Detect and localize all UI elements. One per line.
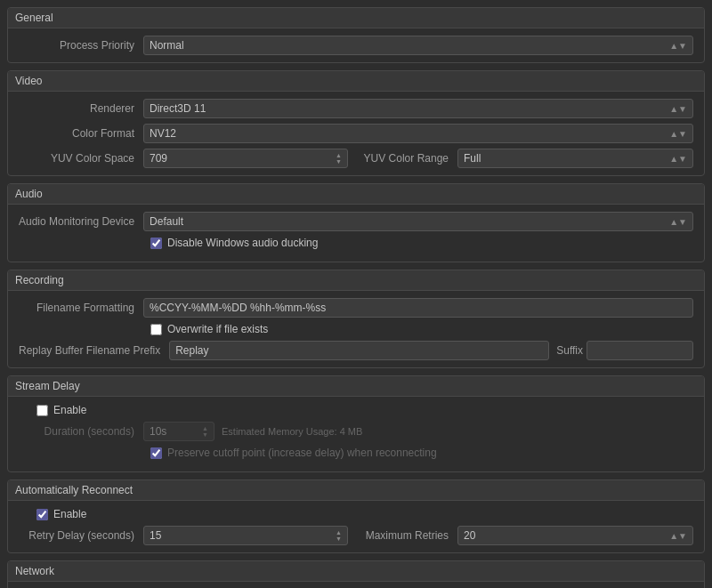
duration-label: Duration (seconds) — [19, 425, 143, 438]
max-retries-group: Maximum Retries 20 ▲▼ — [360, 526, 693, 545]
recording-section: Recording Filename Formatting Overwrite … — [7, 270, 705, 368]
color-format-select[interactable]: NV12 ▲▼ — [143, 124, 693, 143]
video-content: Renderer Direct3D 11 ▲▼ Color Format NV1… — [8, 92, 704, 175]
network-content: Bind to IP Default ▲▼ Enable new network… — [8, 582, 704, 588]
estimated-memory-text: Estimated Memory Usage: 4 MB — [214, 426, 362, 437]
auto-reconnect-content: Enable Retry Delay (seconds) 15 ▲▼ Maxim… — [8, 501, 704, 552]
retry-delay-spinner[interactable]: 15 ▲▼ — [143, 526, 348, 545]
yuv-color-range-value: Full — [464, 152, 481, 165]
filename-input[interactable] — [143, 298, 693, 318]
overwrite-label[interactable]: Overwrite if file exists — [150, 323, 268, 335]
suffix-label: Suffix — [549, 344, 587, 357]
renderer-value: Direct3D 11 — [150, 102, 206, 115]
chevron-down-icon: ▲▼ — [669, 41, 687, 51]
retry-delay-group: Retry Delay (seconds) 15 ▲▼ — [19, 526, 352, 545]
yuv-row: YUV Color Space 709 ▲▼ YUV Color Range F… — [19, 149, 693, 168]
stream-delay-content: Enable Duration (seconds) 10s ▲▼ Estimat… — [8, 397, 704, 471]
stream-delay-section: Stream Delay Enable Duration (seconds) 1… — [7, 375, 705, 472]
auto-reconnect-enable-row: Enable — [19, 508, 693, 520]
chevron-down-icon: ▲▼ — [669, 129, 687, 139]
replay-prefix-input[interactable] — [169, 341, 549, 360]
chevron-down-icon: ▲▼ — [669, 154, 687, 164]
preserve-label[interactable]: Preserve cutoff point (increase delay) w… — [150, 447, 437, 459]
general-title: General — [8, 8, 704, 28]
spinner-arrows-icon: ▲▼ — [336, 152, 342, 165]
yuv-range-group: YUV Color Range Full ▲▼ — [360, 149, 693, 168]
process-priority-row: Process Priority Normal ▲▼ — [19, 36, 693, 55]
filename-label: Filename Formatting — [19, 302, 143, 314]
spinner-arrows-icon: ▲▼ — [336, 529, 342, 542]
preserve-checkbox[interactable] — [150, 447, 162, 459]
video-title: Video — [8, 71, 704, 92]
replay-prefix-row: Replay Buffer Filename Prefix Suffix — [19, 341, 693, 360]
overwrite-text: Overwrite if file exists — [167, 323, 268, 335]
color-format-label: Color Format — [19, 127, 143, 140]
disable-ducking-checkbox[interactable] — [150, 238, 162, 249]
monitoring-device-select[interactable]: Default ▲▼ — [143, 212, 693, 231]
disable-ducking-row: Disable Windows audio ducking — [19, 237, 693, 249]
settings-container: General Process Priority Normal ▲▼ Video… — [0, 0, 712, 588]
stream-delay-title: Stream Delay — [8, 376, 704, 397]
process-priority-value: Normal — [150, 39, 184, 52]
retry-row: Retry Delay (seconds) 15 ▲▼ Maximum Retr… — [19, 526, 693, 545]
duration-spinner[interactable]: 10s ▲▼ — [143, 422, 214, 441]
audio-title: Audio — [8, 184, 704, 205]
recording-title: Recording — [8, 270, 704, 291]
auto-reconnect-enable-text: Enable — [53, 508, 86, 520]
max-retries-value: 20 — [464, 529, 475, 542]
stream-delay-enable-row: Enable — [19, 404, 693, 416]
stream-delay-enable-checkbox[interactable] — [36, 405, 48, 416]
yuv-color-range-select[interactable]: Full ▲▼ — [457, 149, 693, 168]
general-section: General Process Priority Normal ▲▼ — [7, 7, 705, 63]
auto-reconnect-enable-checkbox[interactable] — [36, 509, 48, 520]
yuv-color-range-label: YUV Color Range — [360, 152, 457, 165]
auto-reconnect-title: Automatically Reconnect — [8, 480, 704, 501]
general-content: Process Priority Normal ▲▼ — [8, 28, 704, 62]
max-retries-select[interactable]: 20 ▲▼ — [457, 526, 693, 545]
monitoring-device-row: Audio Monitoring Device Default ▲▼ — [19, 212, 693, 231]
overwrite-row: Overwrite if file exists — [19, 323, 693, 335]
yuv-space-group: YUV Color Space 709 ▲▼ — [19, 149, 352, 168]
renderer-select[interactable]: Direct3D 11 ▲▼ — [143, 99, 693, 118]
network-section: Network Bind to IP Default ▲▼ Enable new… — [7, 560, 705, 588]
process-priority-select[interactable]: Normal ▲▼ — [143, 36, 693, 55]
overwrite-checkbox[interactable] — [150, 324, 162, 335]
monitoring-device-value: Default — [150, 215, 183, 228]
duration-value: 10s — [150, 425, 166, 438]
stream-delay-enable-label[interactable]: Enable — [36, 404, 86, 416]
chevron-down-icon: ▲▼ — [669, 217, 687, 227]
preserve-row: Preserve cutoff point (increase delay) w… — [19, 447, 693, 459]
chevron-down-icon: ▲▼ — [669, 531, 687, 541]
renderer-label: Renderer — [19, 102, 143, 115]
network-title: Network — [8, 561, 704, 582]
audio-section: Audio Audio Monitoring Device Default ▲▼… — [7, 183, 705, 262]
monitoring-device-label: Audio Monitoring Device — [19, 215, 143, 228]
yuv-color-space-label: YUV Color Space — [19, 152, 143, 165]
disable-ducking-text: Disable Windows audio ducking — [167, 237, 318, 249]
process-priority-label: Process Priority — [19, 39, 143, 52]
suffix-input[interactable] — [587, 341, 693, 360]
spinner-arrows-icon: ▲▼ — [202, 425, 208, 438]
video-section: Video Renderer Direct3D 11 ▲▼ Color Form… — [7, 70, 705, 176]
max-retries-label: Maximum Retries — [360, 529, 457, 542]
chevron-down-icon: ▲▼ — [669, 104, 687, 114]
auto-reconnect-section: Automatically Reconnect Enable Retry Del… — [7, 479, 705, 553]
audio-content: Audio Monitoring Device Default ▲▼ Disab… — [8, 205, 704, 262]
yuv-color-space-spinner[interactable]: 709 ▲▼ — [143, 149, 348, 168]
color-format-row: Color Format NV12 ▲▼ — [19, 124, 693, 143]
stream-delay-enable-text: Enable — [53, 404, 86, 416]
retry-delay-label: Retry Delay (seconds) — [19, 529, 143, 542]
preserve-text: Preserve cutoff point (increase delay) w… — [167, 447, 437, 459]
auto-reconnect-enable-label[interactable]: Enable — [36, 508, 86, 520]
duration-row: Duration (seconds) 10s ▲▼ Estimated Memo… — [19, 422, 693, 441]
color-format-value: NV12 — [150, 127, 176, 140]
disable-ducking-label[interactable]: Disable Windows audio ducking — [150, 237, 318, 249]
recording-content: Filename Formatting Overwrite if file ex… — [8, 291, 704, 367]
renderer-row: Renderer Direct3D 11 ▲▼ — [19, 99, 693, 118]
replay-prefix-label: Replay Buffer Filename Prefix — [19, 344, 169, 357]
yuv-color-space-value: 709 — [150, 152, 167, 165]
retry-delay-value: 15 — [150, 529, 161, 542]
filename-row: Filename Formatting — [19, 298, 693, 318]
